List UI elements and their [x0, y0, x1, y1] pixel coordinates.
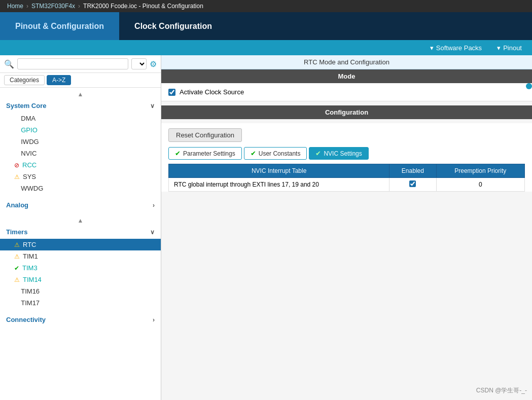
connectivity-arrow: ›: [153, 316, 155, 323]
sidebar-item-tim17[interactable]: ● TIM17: [0, 297, 161, 309]
section-analog: Analog ›: [0, 196, 161, 214]
search-dropdown[interactable]: [131, 58, 147, 69]
interrupt-checkbox[interactable]: [409, 180, 416, 187]
config-section: Reset Configuration ✔ Parameter Settings…: [161, 123, 532, 192]
tab-pinout[interactable]: Pinout & Configuration: [0, 12, 119, 40]
watermark: CSDN @学生哥-_-: [476, 386, 527, 395]
col-interrupt-table: NVIC Interrupt Table: [169, 164, 389, 178]
filter-tabs: Categories A->Z: [0, 73, 161, 88]
interrupt-enabled[interactable]: [389, 178, 436, 192]
sub-header: ▾ Software Packs ▾ Pinout: [0, 40, 532, 55]
analog-header[interactable]: Analog ›: [0, 198, 161, 212]
top-tabs: Pinout & Configuration Clock Configurati…: [0, 12, 532, 40]
sidebar-item-gpio[interactable]: ● GPIO: [0, 124, 161, 136]
tim3-status: ✔: [14, 265, 19, 272]
interrupt-priority: 0: [436, 178, 525, 192]
tab-user-constants[interactable]: ✔ User Constants: [244, 147, 307, 160]
sidebar-search-bar: 🔍 ⚙: [0, 55, 161, 73]
param-settings-icon: ✔: [175, 150, 181, 157]
iwdg-status: ●: [14, 138, 18, 146]
sidebar-item-tim16[interactable]: ● TIM16: [0, 285, 161, 297]
breadcrumb-home[interactable]: Home: [5, 3, 25, 10]
tim14-status: ⚠: [14, 276, 20, 283]
scroll-up-indicator-2: ▲: [0, 216, 161, 225]
user-constants-icon: ✔: [251, 150, 256, 157]
timers-arrow: ∨: [150, 229, 155, 236]
reset-config-button[interactable]: Reset Configuration: [168, 128, 242, 142]
content-title: RTC Mode and Configuration: [161, 55, 532, 69]
chevron-down-icon: ▾: [430, 44, 434, 52]
activate-clock-source-checkbox[interactable]: [168, 89, 175, 96]
sidebar-item-dma[interactable]: ● DMA: [0, 113, 161, 124]
mode-section: Activate Clock Source: [161, 83, 532, 101]
main-layout: 🔍 ⚙ Categories A->Z ▲ System Core ∨ ● DM…: [0, 55, 532, 400]
tim16-status: ●: [14, 288, 18, 295]
sidebar-item-tim3[interactable]: ✔ TIM3: [0, 262, 161, 274]
sidebar-item-rcc[interactable]: ⊘ RCC: [0, 159, 161, 171]
rtc-status: ⚠: [14, 241, 20, 248]
scroll-up-indicator: ▲: [0, 90, 161, 99]
gpio-status: ●: [14, 127, 18, 134]
mode-section-header: Mode: [161, 69, 532, 83]
analog-arrow: ›: [153, 202, 155, 209]
tab-parameter-settings[interactable]: ✔ Parameter Settings: [168, 147, 242, 160]
content-area: RTC Mode and Configuration Mode Activate…: [161, 55, 532, 400]
nvic-settings-icon: ✔: [315, 150, 321, 157]
breadcrumb-file[interactable]: TRK2000 Fcode.ioc - Pinout & Configurati…: [81, 3, 205, 10]
activate-clock-source-label[interactable]: Activate Clock Source: [168, 88, 244, 96]
timers-header[interactable]: Timers ∨: [0, 225, 161, 239]
system-core-header[interactable]: System Core ∨: [0, 99, 161, 113]
dma-status: ●: [14, 115, 18, 122]
tab-extra: [227, 12, 532, 40]
search-input[interactable]: [17, 58, 128, 69]
rcc-status: ⊘: [14, 162, 19, 169]
breadcrumb-device[interactable]: STM32F030F4x: [29, 3, 77, 10]
section-system-core: ▲ System Core ∨ ● DMA ● GPIO ● IWDG ● NV…: [0, 88, 161, 196]
filter-categories[interactable]: Categories: [4, 75, 45, 85]
gear-icon[interactable]: ⚙: [150, 59, 157, 69]
tim17-status: ●: [14, 300, 18, 307]
sidebar-item-iwdg[interactable]: ● IWDG: [0, 136, 161, 148]
sidebar-item-tim1[interactable]: ⚠ TIM1: [0, 250, 161, 262]
tab-clock[interactable]: Clock Configuration: [119, 12, 227, 40]
table-row: RTC global interrupt through EXTI lines …: [169, 178, 525, 192]
section-connectivity: Connectivity ›: [0, 311, 161, 329]
sidebar-item-sys[interactable]: ⚠ SYS: [0, 171, 161, 183]
software-packs-btn[interactable]: ▾ Software Packs: [430, 44, 482, 52]
tab-nvic-settings[interactable]: ✔ NVIC Settings: [309, 147, 368, 160]
breadcrumb-sep-2: ›: [78, 3, 80, 10]
connectivity-header[interactable]: Connectivity ›: [0, 313, 161, 326]
sidebar-item-rtc[interactable]: ⚠ RTC: [0, 239, 161, 250]
sys-status: ⚠: [14, 173, 20, 180]
col-priority: Preemption Priority: [436, 164, 525, 178]
pinout-btn[interactable]: ▾ Pinout: [497, 44, 522, 52]
sidebar-item-tim14[interactable]: ⚠ TIM14: [0, 274, 161, 285]
system-core-arrow: ∨: [150, 102, 155, 110]
nvic-status: ●: [14, 150, 18, 157]
wwdg-status: ●: [14, 185, 18, 192]
col-enabled: Enabled: [389, 164, 436, 178]
sidebar-item-wwdg[interactable]: ● WWDG: [0, 183, 161, 194]
config-section-header: Configuration: [161, 105, 532, 119]
sidebar-item-nvic[interactable]: ● NVIC: [0, 148, 161, 159]
tim1-status: ⚠: [14, 253, 20, 260]
breadcrumb: Home › STM32F030F4x › TRK2000 Fcode.ioc …: [0, 0, 532, 12]
interrupt-name: RTC global interrupt through EXTI lines …: [169, 178, 389, 192]
config-tabs: ✔ Parameter Settings ✔ User Constants ✔ …: [161, 147, 532, 160]
blue-dot-indicator: [526, 83, 532, 89]
nvic-table: NVIC Interrupt Table Enabled Preemption …: [168, 164, 525, 192]
section-timers: ▲ Timers ∨ ⚠ RTC ⚠ TIM1 ✔ TIM3 ⚠ TIM14: [0, 214, 161, 311]
search-icon[interactable]: 🔍: [4, 59, 14, 69]
filter-az[interactable]: A->Z: [47, 75, 71, 85]
chevron-down-icon-2: ▾: [497, 44, 501, 52]
sidebar: 🔍 ⚙ Categories A->Z ▲ System Core ∨ ● DM…: [0, 55, 161, 400]
breadcrumb-sep-1: ›: [26, 3, 28, 10]
